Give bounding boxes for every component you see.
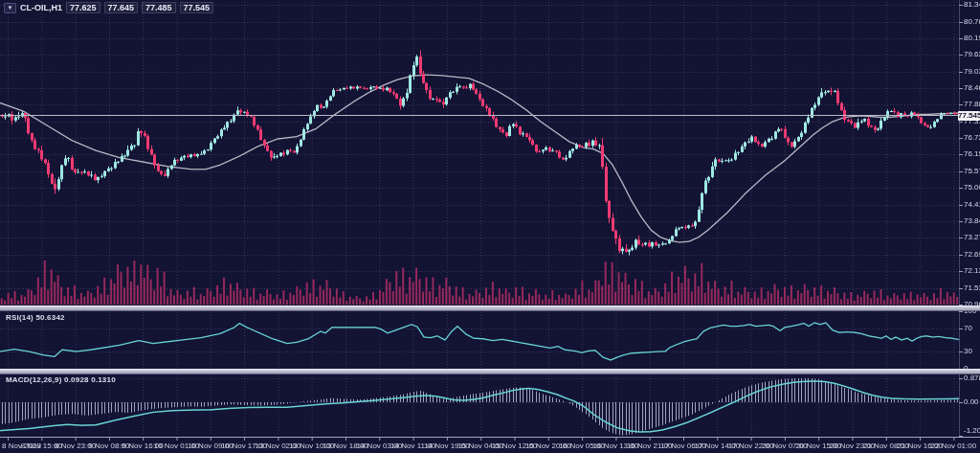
time-axis-rule: [0, 437, 980, 438]
chart-canvas[interactable]: [0, 0, 980, 453]
panel-separator-main-rsi[interactable]: [0, 306, 980, 311]
panel-separator-rsi-macd[interactable]: [0, 369, 980, 374]
trading-chart-window: ▼ CL-OIL,H1 77.625 77.645 77.485 77.545 …: [0, 0, 980, 453]
